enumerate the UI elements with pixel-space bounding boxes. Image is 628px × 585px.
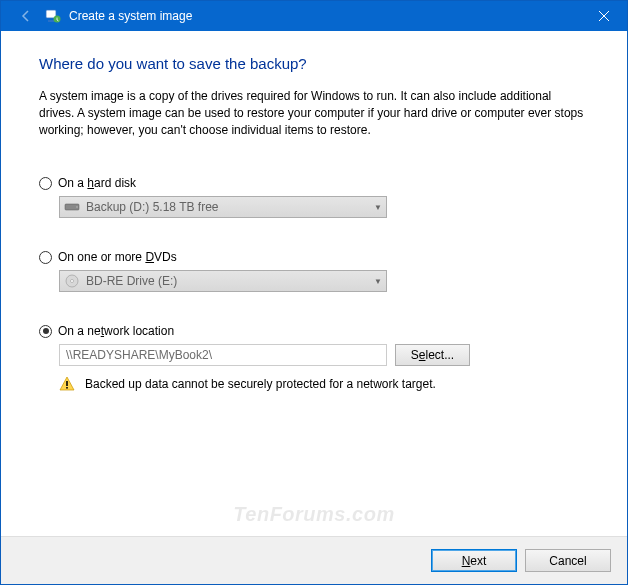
- footer-bar: Next Cancel: [1, 536, 627, 584]
- radio-dvds[interactable]: On one or more DVDs: [39, 250, 589, 264]
- cancel-button[interactable]: Cancel: [525, 549, 611, 572]
- page-description: A system image is a copy of the drives r…: [39, 88, 589, 138]
- network-warning: Backed up data cannot be securely protec…: [59, 376, 589, 392]
- network-path-input[interactable]: [59, 344, 387, 366]
- chevron-down-icon: ▼: [374, 277, 382, 286]
- page-heading: Where do you want to save the backup?: [39, 55, 589, 72]
- app-icon: [45, 8, 61, 24]
- back-arrow-icon: [15, 5, 37, 27]
- dvd-dropdown[interactable]: BD-RE Drive (E:) ▼: [59, 270, 387, 292]
- option-dvds: On one or more DVDs BD-RE Drive (E:) ▼: [39, 250, 589, 292]
- option-network: On a network location Select... Backed u…: [39, 324, 589, 392]
- chevron-down-icon: ▼: [374, 203, 382, 212]
- window-title: Create a system image: [69, 9, 192, 23]
- next-button[interactable]: Next: [431, 549, 517, 572]
- radio-label-dvds: On one or more DVDs: [58, 250, 177, 264]
- hard-disk-dropdown[interactable]: Backup (D:) 5.18 TB free ▼: [59, 196, 387, 218]
- watermark: TenForums.com: [233, 503, 394, 526]
- svg-rect-1: [48, 20, 54, 22]
- radio-network[interactable]: On a network location: [39, 324, 589, 338]
- select-button[interactable]: Select...: [395, 344, 470, 366]
- option-hard-disk: On a hard disk Backup (D:) 5.18 TB free …: [39, 176, 589, 218]
- svg-rect-7: [66, 381, 68, 386]
- content-area: Where do you want to save the backup? A …: [1, 31, 627, 392]
- svg-rect-8: [66, 387, 68, 389]
- svg-point-4: [76, 207, 78, 209]
- radio-hard-disk[interactable]: On a hard disk: [39, 176, 589, 190]
- dropdown-text: BD-RE Drive (E:): [86, 274, 374, 288]
- hard-drive-icon: [64, 201, 80, 213]
- radio-icon: [39, 177, 52, 190]
- titlebar: Create a system image: [1, 1, 627, 31]
- dropdown-text: Backup (D:) 5.18 TB free: [86, 200, 374, 214]
- radio-label-network: On a network location: [58, 324, 174, 338]
- radio-label-hard-disk: On a hard disk: [58, 176, 136, 190]
- radio-icon: [39, 325, 52, 338]
- svg-point-6: [71, 280, 74, 283]
- close-button[interactable]: [581, 1, 627, 31]
- warning-text: Backed up data cannot be securely protec…: [85, 377, 436, 391]
- disc-icon: [64, 275, 80, 287]
- radio-icon: [39, 251, 52, 264]
- warning-icon: [59, 376, 75, 392]
